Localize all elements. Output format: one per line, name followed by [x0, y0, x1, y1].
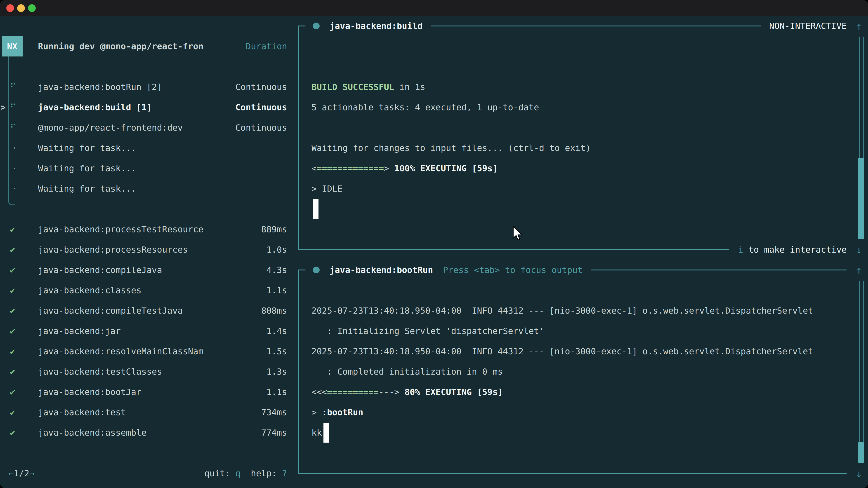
task-name: java-backend:testClasses — [38, 367, 162, 377]
task-name: java-backend:build [1] — [38, 102, 152, 112]
task-duration: 1.5s — [266, 346, 287, 356]
waiting-label: Waiting for task... — [38, 184, 136, 194]
scroll-down-icon[interactable]: ↓ — [853, 468, 865, 479]
nx-logo: NX — [2, 36, 23, 57]
check-icon: ✔ — [10, 224, 15, 234]
prev-page-arrow-icon[interactable]: ← — [8, 468, 14, 478]
task-name: java-backend:compileTestJava — [38, 306, 183, 316]
terminal-window: NX Running dev @mono-app/react-fron Dura… — [0, 0, 868, 488]
progress-fill: ========== — [327, 387, 379, 397]
help-key: ? — [282, 468, 287, 478]
task-row-frontend-dev[interactable]: ⠋ @mono-app/react-frontend:dev Continuou… — [0, 118, 287, 138]
completed-task-row[interactable]: ✔ java-backend:bootJar 1.1s — [0, 382, 287, 402]
task-duration: 889ms — [261, 224, 287, 234]
task-status: Continuous — [235, 82, 287, 92]
build-progress-line: <=============> 100% EXECUTING [59s] — [311, 158, 498, 178]
check-icon: ✔ — [10, 346, 15, 356]
bootrun-panel-left-border — [298, 269, 299, 473]
task-bullet-icon — [313, 23, 320, 29]
footer-rule — [298, 473, 847, 474]
log-line: : Completed initialization in 0 ms — [311, 361, 503, 382]
task-name: java-backend:processTestResource — [38, 224, 204, 234]
check-icon: ✔ — [10, 306, 15, 316]
help-hint-label: help: — [241, 468, 282, 478]
completed-task-row[interactable]: ✔ java-backend:classes 1.1s — [0, 280, 287, 300]
bootrun-panel-header[interactable]: java-backend:bootRun Press <tab> to focu… — [298, 260, 865, 280]
completed-task-row[interactable]: ✔ java-backend:compileTestJava 808ms — [0, 300, 287, 321]
check-icon: ✔ — [10, 408, 15, 417]
waiting-label: Waiting for task... — [38, 163, 136, 173]
waiting-task-row: · Waiting for task... — [0, 138, 287, 158]
progress-label: 80% EXECUTING [59s] — [399, 387, 503, 397]
task-duration: 734ms — [261, 408, 287, 417]
pager: ←1/2→ — [8, 468, 34, 478]
task-status: Continuous — [235, 102, 287, 112]
build-summary-line: 5 actionable tasks: 4 executed, 1 up-to-… — [311, 97, 539, 118]
build-panel-title: java-backend:build — [330, 21, 423, 31]
task-duration: 1.1s — [266, 387, 287, 397]
pending-dot-icon: · — [12, 163, 17, 173]
build-panel-header[interactable]: java-backend:build NON-INTERACTIVE ↑ — [298, 16, 865, 36]
next-page-arrow-icon[interactable]: → — [29, 468, 35, 478]
log-line: 2025-07-23T13:40:18.950-04:00 INFO 44312… — [311, 341, 813, 361]
close-button[interactable] — [6, 4, 14, 12]
progress-label: 100% EXECUTING [59s] — [389, 163, 498, 173]
bootrun-panel-footer: ↓ — [298, 463, 865, 484]
completed-task-row[interactable]: ✔ java-backend:testClasses 1.3s — [0, 361, 287, 382]
completed-task-row[interactable]: ✔ java-backend:assemble 774ms — [0, 422, 287, 443]
interactive-hint-key: i — [738, 245, 743, 255]
build-terminal-cursor — [313, 199, 318, 219]
build-panel-left-border — [298, 26, 299, 250]
scroll-up-icon[interactable]: ↑ — [853, 20, 865, 32]
task-name: java-backend:compileJava — [38, 265, 162, 275]
scroll-up-icon[interactable]: ↑ — [853, 264, 865, 276]
log-line: 2025-07-23T13:40:18.950-04:00 INFO 44312… — [311, 300, 813, 321]
build-scrollbar-thumb[interactable] — [858, 158, 864, 239]
task-name: java-backend:jar — [38, 326, 121, 336]
focus-output-hint: Press <tab> to focus output — [443, 265, 583, 275]
border-stub — [298, 269, 306, 270]
scroll-down-icon[interactable]: ↓ — [853, 244, 865, 256]
progress-tail: > — [384, 163, 389, 173]
zoom-button[interactable] — [28, 4, 36, 12]
page-indicator: 1/2 — [14, 468, 29, 478]
check-icon: ✔ — [10, 326, 15, 336]
keyboard-hints: quit: q help: ? — [204, 468, 287, 478]
build-panel-footer: i to make interactive ↓ — [298, 239, 865, 260]
bootrun-terminal-cursor — [323, 423, 329, 443]
build-success-label: BUILD SUCCESSFUL — [311, 82, 394, 92]
spinner-icon: ⠋ — [10, 123, 16, 133]
progress-fill: ============= — [317, 163, 384, 173]
build-waiting-line: Waiting for changes to input files... (c… — [311, 138, 591, 158]
spinner-icon: ⠋ — [10, 102, 16, 112]
prompt-prefix: > — [311, 408, 322, 417]
bootrun-scrollbar-track[interactable] — [859, 281, 864, 463]
task-name: java-backend:test — [38, 408, 126, 417]
task-name: java-backend:processResources — [38, 245, 188, 255]
quit-hint-label: quit: — [204, 468, 235, 478]
progress-head: <<< — [311, 387, 327, 397]
task-list-header: NX Running dev @mono-app/react-fron Dura… — [0, 36, 287, 57]
header-rule — [591, 269, 847, 270]
completed-task-row[interactable]: ✔ java-backend:compileJava 4.3s — [0, 260, 287, 280]
bootrun-scrollbar-thumb[interactable] — [858, 442, 864, 463]
build-idle-line: > IDLE — [311, 178, 342, 199]
completed-task-row[interactable]: ✔ java-backend:resolveMainClassNam 1.5s — [0, 341, 287, 361]
bootrun-progress-line: <<<==========---> 80% EXECUTING [59s] — [311, 382, 503, 402]
task-duration: 808ms — [261, 306, 287, 316]
task-row-bootrun[interactable]: ⠋ java-backend:bootRun [2] Continuous — [0, 77, 287, 97]
completed-task-row[interactable]: ✔ java-backend:processTestResource 889ms — [0, 219, 287, 239]
completed-task-row[interactable]: ✔ java-backend:processResources 1.0s — [0, 239, 287, 260]
task-duration: 1.0s — [266, 245, 287, 255]
page-title: Running dev @mono-app/react-fron — [38, 41, 204, 51]
minimize-button[interactable] — [17, 4, 25, 12]
task-row-build-selected[interactable]: > ⠋ java-backend:build [1] Continuous — [0, 97, 287, 118]
bootrun-input-line[interactable]: kk — [311, 422, 322, 443]
check-icon: ✔ — [10, 265, 15, 275]
completed-task-row[interactable]: ✔ java-backend:test 734ms — [0, 402, 287, 422]
waiting-label: Waiting for task... — [38, 143, 136, 153]
waiting-task-row: · Waiting for task... — [0, 158, 287, 178]
completed-task-row[interactable]: ✔ java-backend:jar 1.4s — [0, 321, 287, 341]
task-duration: 1.1s — [266, 285, 287, 295]
prompt-task: :bootRun — [322, 408, 363, 417]
